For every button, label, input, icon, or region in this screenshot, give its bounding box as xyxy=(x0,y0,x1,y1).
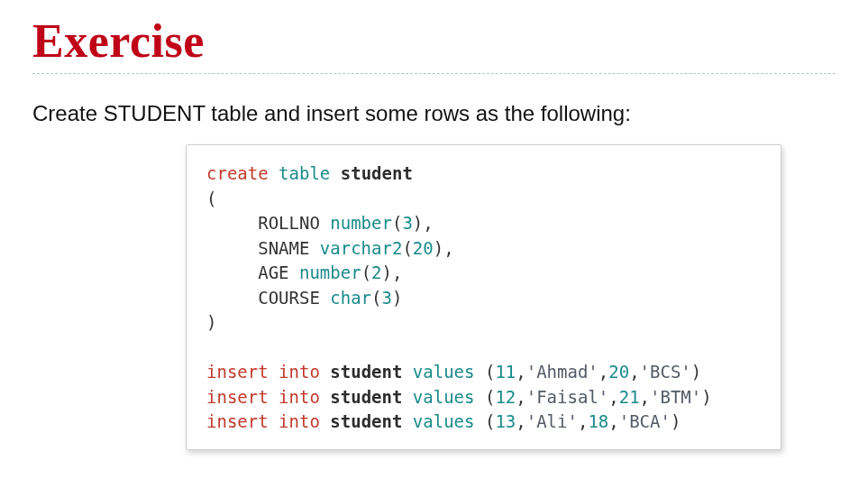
comma: , xyxy=(578,411,588,431)
comma: , xyxy=(608,411,618,431)
slide: Exercise Create STUDENT table and insert… xyxy=(0,0,868,479)
paren: ( xyxy=(402,238,412,258)
keyword-values: values xyxy=(413,362,475,382)
keyword-into: into xyxy=(279,362,320,382)
size-3b: 3 xyxy=(382,288,392,308)
col-course: COURSE xyxy=(258,288,320,308)
divider xyxy=(32,73,836,74)
code-block: create table student ( ROLLNO number(3),… xyxy=(186,144,781,450)
comma: , xyxy=(608,387,618,407)
size-2: 2 xyxy=(371,263,381,282)
r2-name: 'Faisal' xyxy=(526,387,609,407)
keyword-into2: into xyxy=(279,387,320,407)
r1-name: 'Ahmad' xyxy=(526,362,598,382)
paren: ) xyxy=(671,411,681,431)
r3-course: 'BCA' xyxy=(619,411,671,431)
comma: , xyxy=(516,411,525,431)
r1-id: 11 xyxy=(495,362,516,382)
comma: , xyxy=(640,387,650,407)
comma: , xyxy=(629,362,639,382)
type-char: char xyxy=(330,288,371,308)
col-rollno: ROLLNO xyxy=(258,213,320,233)
size-20: 20 xyxy=(413,238,434,258)
keyword-table: table xyxy=(279,163,330,183)
keyword-insert2: insert xyxy=(206,387,269,407)
keyword-insert: insert xyxy=(206,362,269,382)
col-age: AGE xyxy=(258,263,288,282)
ident-student4: student xyxy=(330,411,402,431)
r2-age: 21 xyxy=(619,387,640,407)
paren: ) xyxy=(691,362,701,382)
comma: , xyxy=(598,362,608,382)
size-3: 3 xyxy=(402,213,412,233)
ident-student3: student xyxy=(330,387,402,407)
paren: ), xyxy=(382,263,403,282)
ident-student2: student xyxy=(330,362,402,382)
keyword-values2: values xyxy=(413,387,475,407)
page-title: Exercise xyxy=(32,14,836,68)
paren: ( xyxy=(485,362,495,382)
ident-student: student xyxy=(341,163,413,183)
paren: ), xyxy=(434,238,454,258)
r3-age: 18 xyxy=(588,411,608,431)
open-paren: ( xyxy=(206,189,216,208)
paren: ( xyxy=(371,288,381,308)
type-varchar2: varchar2 xyxy=(320,238,403,258)
r1-course: 'BCS' xyxy=(640,362,691,382)
comma: , xyxy=(516,362,525,382)
paren: ( xyxy=(392,213,402,233)
keyword-create: create xyxy=(206,163,269,183)
paren: ( xyxy=(361,263,371,282)
keyword-into3: into xyxy=(279,411,320,431)
comma: , xyxy=(516,387,525,407)
paren: ( xyxy=(485,411,495,431)
type-number: number xyxy=(330,213,392,233)
r1-age: 20 xyxy=(608,362,629,382)
paren: ( xyxy=(485,387,495,407)
keyword-values3: values xyxy=(413,411,475,431)
paren: ), xyxy=(413,213,434,233)
intro-text: Create STUDENT table and insert some row… xyxy=(32,101,836,126)
paren: ) xyxy=(392,288,402,308)
r2-course: 'BTM' xyxy=(650,387,701,407)
type-number2: number xyxy=(299,263,361,282)
keyword-insert3: insert xyxy=(206,411,269,431)
close-paren: ) xyxy=(206,312,216,332)
r2-id: 12 xyxy=(495,387,516,407)
r3-name: 'Ali' xyxy=(526,411,578,431)
col-sname: SNAME xyxy=(258,238,309,258)
r3-id: 13 xyxy=(495,411,516,431)
paren: ) xyxy=(701,387,711,407)
